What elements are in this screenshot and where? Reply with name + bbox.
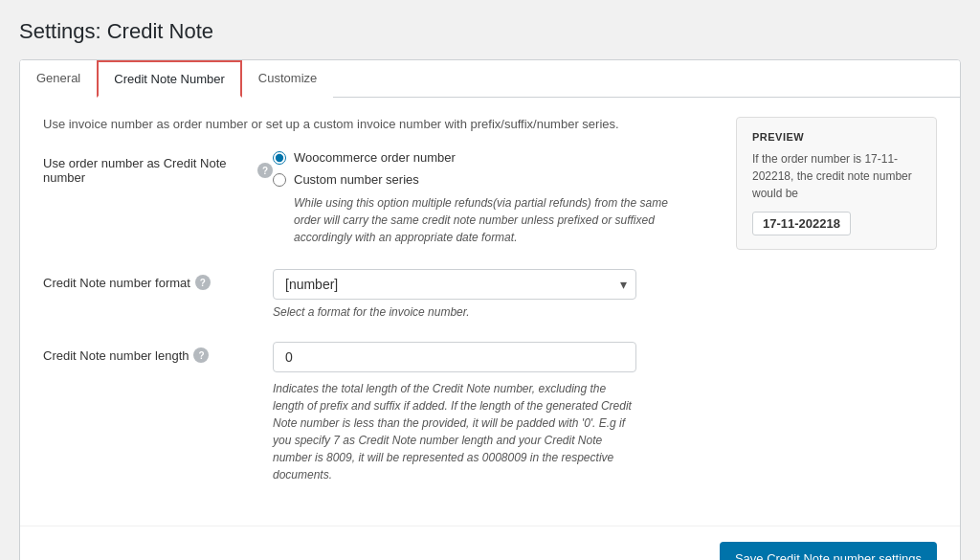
format-control: [number] [number]-[year] [year]-[number]…: [273, 269, 937, 319]
format-note: Select a format for the invoice number.: [273, 305, 937, 319]
settings-card: General Credit Note Number Customize PRE…: [19, 59, 961, 560]
length-input[interactable]: [273, 342, 636, 372]
format-label: Credit Note number format ?: [43, 269, 273, 290]
order-number-italic-note: While using this option multiple refunds…: [294, 194, 696, 246]
radio-custom-series-input[interactable]: [273, 173, 286, 187]
preview-box: PREVIEW If the order number is 17-11-202…: [736, 117, 937, 250]
preview-title: PREVIEW: [752, 131, 921, 143]
format-select-wrapper: [number] [number]-[year] [year]-[number]: [273, 269, 636, 300]
radio-woo-order-input[interactable]: [273, 151, 286, 165]
order-number-label-text: Use order number as Credit Note number: [43, 156, 253, 185]
description-text: Use invoice number as order number or se…: [43, 117, 694, 131]
page-title: Settings: Credit Note: [19, 19, 961, 44]
format-label-text: Credit Note number format: [43, 276, 190, 290]
tab-general[interactable]: General: [20, 60, 97, 98]
save-button[interactable]: Save Credit Note number settings: [720, 542, 937, 560]
length-label: Credit Note number length ?: [43, 342, 273, 363]
format-row: Credit Note number format ? [number] [nu…: [43, 269, 937, 319]
tab-customize[interactable]: Customize: [242, 60, 333, 98]
tab-credit-note-number[interactable]: Credit Note Number: [97, 60, 242, 98]
footer: Save Credit Note number settings: [20, 526, 960, 560]
preview-value: 17-11-202218: [752, 212, 851, 235]
length-row: Credit Note number length ? Indicates th…: [43, 342, 937, 483]
tab-bar: General Credit Note Number Customize: [20, 60, 960, 98]
preview-text: If the order number is 17-11-202218, the…: [752, 150, 921, 202]
order-number-label: Use order number as Credit Note number ?: [43, 150, 273, 185]
card-body: PREVIEW If the order number is 17-11-202…: [20, 98, 960, 526]
length-control: Indicates the total length of the Credit…: [273, 342, 937, 483]
format-select[interactable]: [number] [number]-[year] [year]-[number]: [273, 269, 636, 300]
length-label-text: Credit Note number length: [43, 348, 189, 363]
length-note: Indicates the total length of the Credit…: [273, 380, 636, 483]
radio-custom-series-label: Custom number series: [294, 172, 419, 187]
length-help-icon[interactable]: ?: [193, 347, 209, 363]
order-number-help-icon[interactable]: ?: [257, 163, 273, 178]
radio-woo-order-label: Woocommerce order number: [294, 150, 456, 165]
format-help-icon[interactable]: ?: [195, 275, 211, 290]
